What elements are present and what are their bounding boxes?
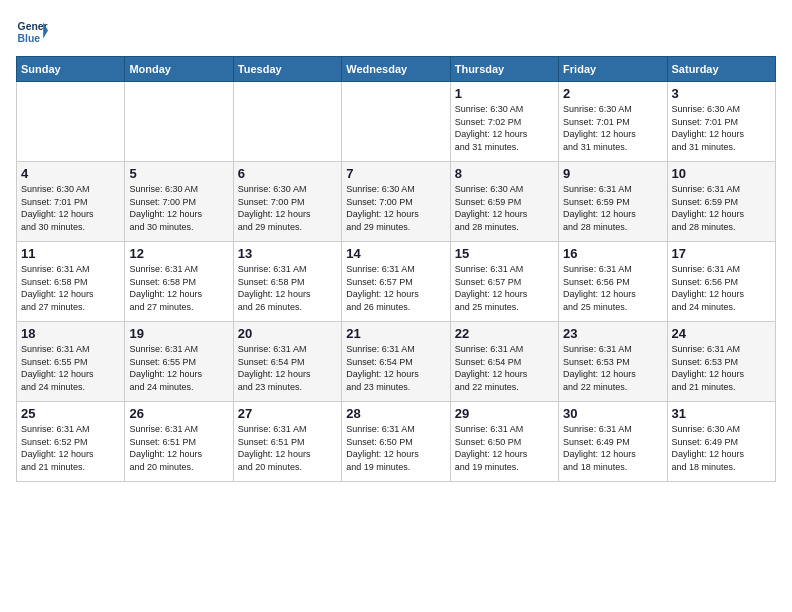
day-number: 18	[21, 326, 120, 341]
calendar-cell: 31Sunrise: 6:30 AM Sunset: 6:49 PM Dayli…	[667, 402, 775, 482]
calendar-cell: 18Sunrise: 6:31 AM Sunset: 6:55 PM Dayli…	[17, 322, 125, 402]
calendar-cell: 23Sunrise: 6:31 AM Sunset: 6:53 PM Dayli…	[559, 322, 667, 402]
weekday-header-thursday: Thursday	[450, 57, 558, 82]
day-number: 16	[563, 246, 662, 261]
calendar-cell: 25Sunrise: 6:31 AM Sunset: 6:52 PM Dayli…	[17, 402, 125, 482]
day-info: Sunrise: 6:30 AM Sunset: 6:59 PM Dayligh…	[455, 183, 554, 233]
day-info: Sunrise: 6:31 AM Sunset: 6:49 PM Dayligh…	[563, 423, 662, 473]
day-info: Sunrise: 6:30 AM Sunset: 7:00 PM Dayligh…	[129, 183, 228, 233]
day-info: Sunrise: 6:31 AM Sunset: 6:54 PM Dayligh…	[238, 343, 337, 393]
day-number: 8	[455, 166, 554, 181]
day-info: Sunrise: 6:31 AM Sunset: 6:57 PM Dayligh…	[346, 263, 445, 313]
page-header: General Blue	[16, 16, 776, 48]
day-number: 29	[455, 406, 554, 421]
calendar-cell: 29Sunrise: 6:31 AM Sunset: 6:50 PM Dayli…	[450, 402, 558, 482]
calendar-cell: 1Sunrise: 6:30 AM Sunset: 7:02 PM Daylig…	[450, 82, 558, 162]
day-info: Sunrise: 6:30 AM Sunset: 7:00 PM Dayligh…	[346, 183, 445, 233]
day-info: Sunrise: 6:31 AM Sunset: 6:52 PM Dayligh…	[21, 423, 120, 473]
calendar-cell	[342, 82, 450, 162]
calendar-cell: 11Sunrise: 6:31 AM Sunset: 6:58 PM Dayli…	[17, 242, 125, 322]
day-info: Sunrise: 6:30 AM Sunset: 7:00 PM Dayligh…	[238, 183, 337, 233]
day-info: Sunrise: 6:30 AM Sunset: 7:02 PM Dayligh…	[455, 103, 554, 153]
weekday-header-sunday: Sunday	[17, 57, 125, 82]
day-info: Sunrise: 6:31 AM Sunset: 6:54 PM Dayligh…	[455, 343, 554, 393]
day-info: Sunrise: 6:31 AM Sunset: 6:54 PM Dayligh…	[346, 343, 445, 393]
day-number: 27	[238, 406, 337, 421]
calendar-cell: 9Sunrise: 6:31 AM Sunset: 6:59 PM Daylig…	[559, 162, 667, 242]
calendar-header: SundayMondayTuesdayWednesdayThursdayFrid…	[17, 57, 776, 82]
weekday-header-monday: Monday	[125, 57, 233, 82]
day-number: 22	[455, 326, 554, 341]
calendar-cell: 13Sunrise: 6:31 AM Sunset: 6:58 PM Dayli…	[233, 242, 341, 322]
calendar-cell: 19Sunrise: 6:31 AM Sunset: 6:55 PM Dayli…	[125, 322, 233, 402]
day-info: Sunrise: 6:31 AM Sunset: 6:59 PM Dayligh…	[563, 183, 662, 233]
calendar-cell	[233, 82, 341, 162]
calendar-cell: 6Sunrise: 6:30 AM Sunset: 7:00 PM Daylig…	[233, 162, 341, 242]
day-number: 11	[21, 246, 120, 261]
day-number: 12	[129, 246, 228, 261]
day-info: Sunrise: 6:30 AM Sunset: 7:01 PM Dayligh…	[672, 103, 771, 153]
day-info: Sunrise: 6:31 AM Sunset: 6:58 PM Dayligh…	[21, 263, 120, 313]
day-number: 26	[129, 406, 228, 421]
day-number: 14	[346, 246, 445, 261]
day-number: 10	[672, 166, 771, 181]
calendar-cell	[17, 82, 125, 162]
calendar-cell: 7Sunrise: 6:30 AM Sunset: 7:00 PM Daylig…	[342, 162, 450, 242]
day-info: Sunrise: 6:31 AM Sunset: 6:53 PM Dayligh…	[672, 343, 771, 393]
calendar-body: 1Sunrise: 6:30 AM Sunset: 7:02 PM Daylig…	[17, 82, 776, 482]
calendar-cell: 24Sunrise: 6:31 AM Sunset: 6:53 PM Dayli…	[667, 322, 775, 402]
day-info: Sunrise: 6:31 AM Sunset: 6:58 PM Dayligh…	[129, 263, 228, 313]
calendar-cell: 22Sunrise: 6:31 AM Sunset: 6:54 PM Dayli…	[450, 322, 558, 402]
calendar-cell: 27Sunrise: 6:31 AM Sunset: 6:51 PM Dayli…	[233, 402, 341, 482]
day-number: 31	[672, 406, 771, 421]
day-number: 23	[563, 326, 662, 341]
day-info: Sunrise: 6:31 AM Sunset: 6:57 PM Dayligh…	[455, 263, 554, 313]
day-number: 21	[346, 326, 445, 341]
day-info: Sunrise: 6:31 AM Sunset: 6:50 PM Dayligh…	[455, 423, 554, 473]
day-number: 9	[563, 166, 662, 181]
day-number: 28	[346, 406, 445, 421]
day-info: Sunrise: 6:31 AM Sunset: 6:56 PM Dayligh…	[563, 263, 662, 313]
weekday-header-saturday: Saturday	[667, 57, 775, 82]
calendar-cell	[125, 82, 233, 162]
weekday-header-friday: Friday	[559, 57, 667, 82]
day-number: 17	[672, 246, 771, 261]
day-number: 5	[129, 166, 228, 181]
calendar-cell: 30Sunrise: 6:31 AM Sunset: 6:49 PM Dayli…	[559, 402, 667, 482]
day-info: Sunrise: 6:31 AM Sunset: 6:55 PM Dayligh…	[21, 343, 120, 393]
calendar-table: SundayMondayTuesdayWednesdayThursdayFrid…	[16, 56, 776, 482]
day-number: 24	[672, 326, 771, 341]
day-number: 15	[455, 246, 554, 261]
calendar-cell: 14Sunrise: 6:31 AM Sunset: 6:57 PM Dayli…	[342, 242, 450, 322]
day-number: 13	[238, 246, 337, 261]
day-info: Sunrise: 6:31 AM Sunset: 6:59 PM Dayligh…	[672, 183, 771, 233]
day-number: 3	[672, 86, 771, 101]
calendar-cell: 17Sunrise: 6:31 AM Sunset: 6:56 PM Dayli…	[667, 242, 775, 322]
weekday-header-tuesday: Tuesday	[233, 57, 341, 82]
calendar-week-3: 11Sunrise: 6:31 AM Sunset: 6:58 PM Dayli…	[17, 242, 776, 322]
calendar-cell: 10Sunrise: 6:31 AM Sunset: 6:59 PM Dayli…	[667, 162, 775, 242]
svg-text:Blue: Blue	[18, 33, 41, 44]
day-number: 20	[238, 326, 337, 341]
day-info: Sunrise: 6:31 AM Sunset: 6:55 PM Dayligh…	[129, 343, 228, 393]
calendar-cell: 4Sunrise: 6:30 AM Sunset: 7:01 PM Daylig…	[17, 162, 125, 242]
calendar-cell: 21Sunrise: 6:31 AM Sunset: 6:54 PM Dayli…	[342, 322, 450, 402]
calendar-cell: 3Sunrise: 6:30 AM Sunset: 7:01 PM Daylig…	[667, 82, 775, 162]
day-number: 30	[563, 406, 662, 421]
day-info: Sunrise: 6:30 AM Sunset: 6:49 PM Dayligh…	[672, 423, 771, 473]
day-number: 25	[21, 406, 120, 421]
day-number: 6	[238, 166, 337, 181]
day-number: 1	[455, 86, 554, 101]
day-info: Sunrise: 6:31 AM Sunset: 6:58 PM Dayligh…	[238, 263, 337, 313]
logo-icon: General Blue	[16, 16, 48, 48]
day-number: 7	[346, 166, 445, 181]
calendar-week-5: 25Sunrise: 6:31 AM Sunset: 6:52 PM Dayli…	[17, 402, 776, 482]
calendar-week-4: 18Sunrise: 6:31 AM Sunset: 6:55 PM Dayli…	[17, 322, 776, 402]
calendar-cell: 8Sunrise: 6:30 AM Sunset: 6:59 PM Daylig…	[450, 162, 558, 242]
calendar-week-2: 4Sunrise: 6:30 AM Sunset: 7:01 PM Daylig…	[17, 162, 776, 242]
day-number: 4	[21, 166, 120, 181]
calendar-cell: 5Sunrise: 6:30 AM Sunset: 7:00 PM Daylig…	[125, 162, 233, 242]
day-number: 19	[129, 326, 228, 341]
calendar-cell: 12Sunrise: 6:31 AM Sunset: 6:58 PM Dayli…	[125, 242, 233, 322]
weekday-header-row: SundayMondayTuesdayWednesdayThursdayFrid…	[17, 57, 776, 82]
